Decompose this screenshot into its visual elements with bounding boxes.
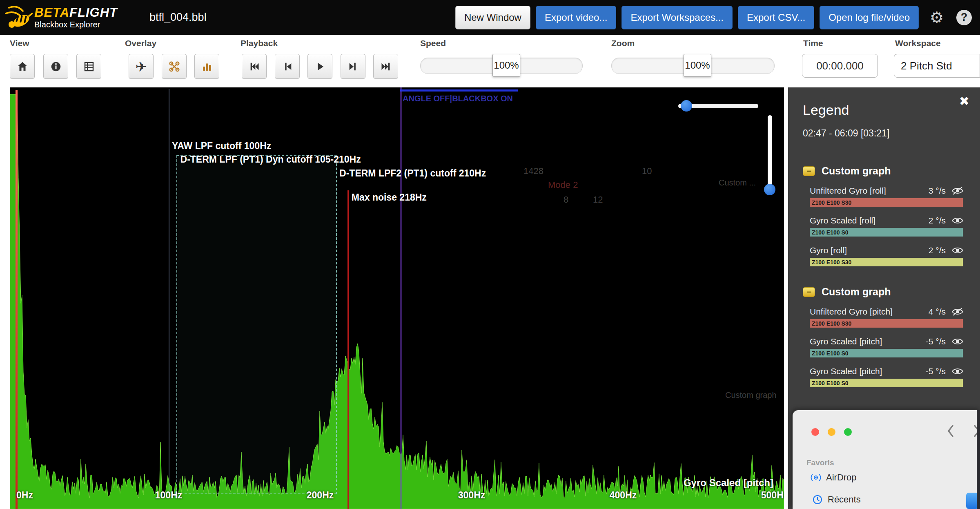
overlay-section-label: Overlay	[125, 38, 156, 48]
collapse-icon: −	[803, 166, 815, 176]
eye-icon	[951, 367, 964, 376]
analyser-zoom-x-thumb[interactable]	[681, 100, 692, 112]
faded-mode2-label: Mode 2	[548, 180, 578, 190]
toolbar: View Overlay Playback Speed Zoom Time Wo…	[0, 35, 980, 87]
export-video-button[interactable]: Export video...	[536, 6, 616, 29]
eye-off-icon	[951, 186, 964, 195]
zoom-section-label: Zoom	[611, 38, 635, 48]
speed-slider[interactable]	[420, 58, 583, 74]
skip-to-start-icon	[249, 61, 260, 72]
jump-end-button[interactable]	[373, 54, 398, 79]
field-name: Unfiltered Gyro [roll]	[810, 186, 929, 196]
window-close-button[interactable]	[811, 428, 819, 436]
field-curve-tag: Z100 E100 S30	[810, 319, 963, 328]
betaflight-hornet-icon	[3, 4, 33, 31]
eye-off-icon	[951, 307, 964, 316]
new-window-button[interactable]: New Window	[455, 6, 530, 29]
close-icon[interactable]: ✖	[959, 94, 969, 108]
sidebar-item-airdrop[interactable]: AirDrop	[811, 472, 857, 483]
visibility-toggle[interactable]	[951, 367, 964, 376]
overlay-analyser-button[interactable]	[194, 54, 219, 79]
view-section-label: View	[10, 38, 29, 48]
spectrum-canvas[interactable]	[10, 87, 784, 509]
field-curve-tag: Z100 E100 S0	[810, 228, 963, 237]
dterm-lpf2-annotation: D-TERM LPF2 (PT1) cutoff 210Hz	[339, 168, 486, 179]
help-button[interactable]: ?	[955, 8, 973, 27]
workspace-section-label: Workspace	[895, 38, 941, 48]
overlay-craft-orientation-button[interactable]: ✈	[129, 54, 154, 79]
visibility-toggle[interactable]	[951, 246, 964, 255]
window-zoom-button[interactable]	[844, 428, 852, 436]
legend-field-row[interactable]: Gyro Scaled [roll] 2 °/s	[810, 216, 964, 225]
workspace-value: 2 Pitch Std	[901, 60, 952, 72]
sidebar-item-recents[interactable]: Récents	[812, 494, 861, 505]
field-value: -5 °/s	[926, 337, 946, 346]
export-csv-button[interactable]: Export CSV...	[738, 6, 814, 29]
field-name: Gyro [roll]	[810, 246, 929, 255]
settings-button[interactable]: ⚙	[927, 8, 946, 27]
brand-beta: BETA	[34, 5, 69, 20]
skip-to-end-icon	[380, 61, 392, 72]
export-workspaces-button[interactable]: Export Workspaces...	[621, 6, 733, 29]
eye-icon	[951, 216, 964, 225]
field-value: 3 °/s	[929, 186, 946, 196]
analyser-zoom-y-slider[interactable]	[768, 115, 772, 195]
dc-spike-marker	[16, 90, 18, 509]
view-log-button[interactable]	[10, 54, 35, 79]
legend-title: Legend	[803, 102, 980, 118]
x-axis-label: 400Hz	[610, 490, 637, 501]
field-value: 4 °/s	[929, 307, 946, 317]
faded-value-12: 12	[593, 194, 603, 205]
speed-section-label: Speed	[420, 38, 446, 48]
visibility-toggle[interactable]	[951, 337, 964, 346]
field-name: Gyro Scaled [pitch]	[810, 366, 926, 376]
airdrop-icon	[811, 472, 821, 483]
finder-window: Favoris AirDrop Récents	[793, 410, 980, 509]
x-axis-label: 200Hz	[307, 490, 334, 501]
workspace-select[interactable]: 2 Pitch Std	[894, 54, 980, 78]
yaw-lpf-annotation: YAW LPF cutoff 100Hz	[172, 141, 271, 152]
step-forward-button[interactable]	[341, 54, 365, 79]
legend-time-range: 02:47 - 06:09 [03:21]	[803, 128, 980, 139]
help-icon: ?	[956, 10, 972, 25]
plane-icon: ✈	[135, 58, 147, 75]
legend-field-row[interactable]: Unfiltered Gyro [roll] 3 °/s	[810, 186, 964, 196]
field-curve-tag: Z100 E100 S30	[810, 198, 963, 207]
flight-mode-text: ANGLE OFF|BLACKBOX ON	[403, 94, 513, 103]
info-icon	[50, 60, 62, 73]
legend-field-row[interactable]: Gyro Scaled [pitch] -5 °/s	[810, 337, 964, 346]
step-forward-icon	[347, 61, 359, 72]
brand-subtitle: Blackbox Explorer	[34, 20, 118, 29]
legend-field-row[interactable]: Gyro Scaled [pitch] -5 °/s	[810, 366, 964, 376]
field-name: Gyro Scaled [pitch]	[810, 337, 926, 346]
jump-start-button[interactable]	[242, 54, 267, 79]
time-input[interactable]	[802, 54, 878, 78]
speed-value-input[interactable]	[492, 54, 520, 77]
step-back-button[interactable]	[275, 54, 300, 79]
back-button[interactable]	[946, 424, 955, 440]
log-info-button[interactable]	[43, 54, 68, 79]
zoom-value-input[interactable]	[684, 54, 711, 77]
analyser-zoom-x-slider[interactable]	[678, 104, 758, 108]
legend-group-header[interactable]: − Custom graph	[803, 286, 980, 298]
zoom-slider[interactable]	[611, 58, 775, 74]
visibility-toggle[interactable]	[951, 307, 964, 316]
field-curve-tag: Z100 E100 S0	[810, 349, 963, 357]
legend-field-row[interactable]: Unfiltered Gyro [pitch] 4 °/s	[810, 307, 964, 317]
visibility-toggle[interactable]	[951, 216, 964, 225]
legend-group-header[interactable]: − Custom graph	[803, 165, 980, 177]
legend-field-row[interactable]: Gyro [roll] 2 °/s	[810, 246, 964, 255]
open-log-button[interactable]: Open log file/video	[820, 6, 919, 29]
window-minimize-button[interactable]	[828, 428, 835, 436]
play-button[interactable]	[307, 54, 332, 79]
analyser-zoom-y-thumb[interactable]	[764, 184, 775, 195]
dterm-dyn-lpf-range-box	[176, 155, 337, 494]
home-icon	[16, 60, 29, 73]
play-icon	[314, 61, 326, 72]
bar-chart-icon	[201, 60, 213, 73]
brand-flight: FLIGHT	[69, 5, 118, 20]
header-dump-button[interactable]	[76, 54, 101, 79]
step-back-icon	[282, 61, 293, 72]
visibility-toggle[interactable]	[951, 186, 964, 195]
overlay-craft-button[interactable]	[162, 54, 187, 79]
